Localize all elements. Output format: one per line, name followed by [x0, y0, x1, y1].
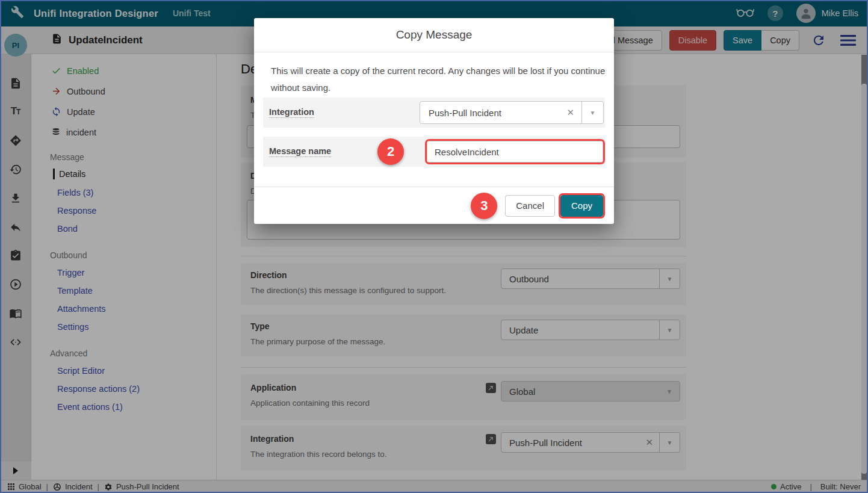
- dialog-message: This will create a copy of the current r…: [271, 63, 608, 96]
- chevron-down-icon: ▼: [581, 102, 603, 123]
- annotation-step-2: 2: [377, 138, 404, 165]
- dialog-message-name-row: Message name: [263, 137, 605, 167]
- dialog-integration-select[interactable]: Push-Pull Incident ✕ ▼: [420, 101, 604, 124]
- dialog-footer: 3 Cancel Copy: [254, 187, 614, 224]
- copy-button[interactable]: Copy: [560, 195, 603, 217]
- app-window: Unifi Integration Designer Unifi Test ? …: [0, 0, 868, 493]
- copy-message-dialog: Copy Message This will create a copy of …: [254, 18, 614, 224]
- annotation-step-3: 3: [471, 193, 497, 219]
- clear-icon[interactable]: ✕: [559, 107, 581, 118]
- cancel-button[interactable]: Cancel: [505, 195, 555, 217]
- dialog-title: Copy Message: [254, 18, 614, 52]
- dialog-message-name-input[interactable]: [427, 141, 603, 163]
- dialog-integration-row: Integration Push-Pull Incident ✕ ▼: [263, 98, 605, 128]
- integration-label: Integration: [269, 107, 314, 118]
- message-name-label: Message name: [269, 146, 331, 157]
